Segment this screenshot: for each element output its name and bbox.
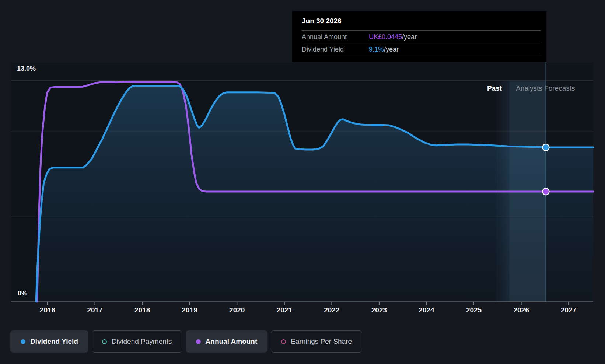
tooltip-value: UK£0.0445 bbox=[369, 33, 402, 41]
y-axis-min-label: 0% bbox=[18, 290, 27, 297]
tooltip-value-suffix: /year bbox=[402, 33, 417, 41]
forecast-zone-label: Analysts Forecasts bbox=[516, 84, 575, 92]
y-axis-max-label: 13.0% bbox=[17, 65, 36, 73]
x-tick-label: 2017 bbox=[80, 306, 110, 314]
series-legend: Dividend Yield Dividend Payments Annual … bbox=[10, 330, 362, 353]
tooltip-label: Annual Amount bbox=[302, 33, 369, 41]
x-tick-label: 2016 bbox=[33, 306, 62, 314]
tooltip-row-annual-amount: Annual Amount UK£0.0445 /year bbox=[302, 30, 541, 43]
past-zone-label: Past bbox=[487, 84, 502, 92]
legend-label: Dividend Payments bbox=[112, 337, 172, 346]
x-tick-label: 2026 bbox=[507, 306, 536, 314]
tooltip-value-suffix: /year bbox=[384, 46, 399, 53]
dividend-payments-ring-icon bbox=[102, 339, 107, 344]
tooltip-date: Jun 30 2026 bbox=[302, 11, 541, 30]
x-tick-label: 2023 bbox=[364, 306, 394, 314]
x-tick-label: 2021 bbox=[270, 306, 299, 314]
legend-toggle-earnings-per-share[interactable]: Earnings Per Share bbox=[271, 330, 362, 353]
x-tick-label: 2020 bbox=[222, 306, 252, 314]
earnings-per-share-ring-icon bbox=[281, 339, 286, 344]
dividend-yield-dot-icon bbox=[21, 339, 25, 344]
x-tick-label: 2025 bbox=[459, 306, 489, 314]
x-tick-label: 2019 bbox=[175, 306, 204, 314]
legend-toggle-dividend-yield[interactable]: Dividend Yield bbox=[10, 330, 88, 353]
tooltip-value: 9.1% bbox=[369, 46, 384, 53]
legend-toggle-annual-amount[interactable]: Annual Amount bbox=[186, 330, 268, 353]
legend-label: Annual Amount bbox=[206, 337, 258, 346]
dividend-chart-page: 13.0% 0% 2016201720182019202020212022202… bbox=[0, 0, 605, 364]
hover-tooltip: Jun 30 2026 Annual Amount UK£0.0445 /yea… bbox=[292, 11, 546, 62]
annual-amount-dot-icon bbox=[196, 339, 201, 344]
legend-label: Dividend Yield bbox=[30, 337, 78, 346]
legend-toggle-dividend-payments[interactable]: Dividend Payments bbox=[92, 330, 182, 353]
tooltip-label: Dividend Yield bbox=[302, 46, 369, 53]
x-tick-label: 2027 bbox=[554, 306, 583, 314]
dividend-yield-marker-dot[interactable] bbox=[542, 144, 549, 151]
x-tick-label: 2024 bbox=[412, 306, 441, 314]
x-tick-label: 2022 bbox=[317, 306, 346, 314]
x-tick-label: 2018 bbox=[127, 306, 157, 314]
annual-amount-marker-dot[interactable] bbox=[542, 188, 549, 195]
tooltip-row-dividend-yield: Dividend Yield 9.1% /year bbox=[302, 43, 541, 56]
legend-label: Earnings Per Share bbox=[291, 337, 352, 346]
